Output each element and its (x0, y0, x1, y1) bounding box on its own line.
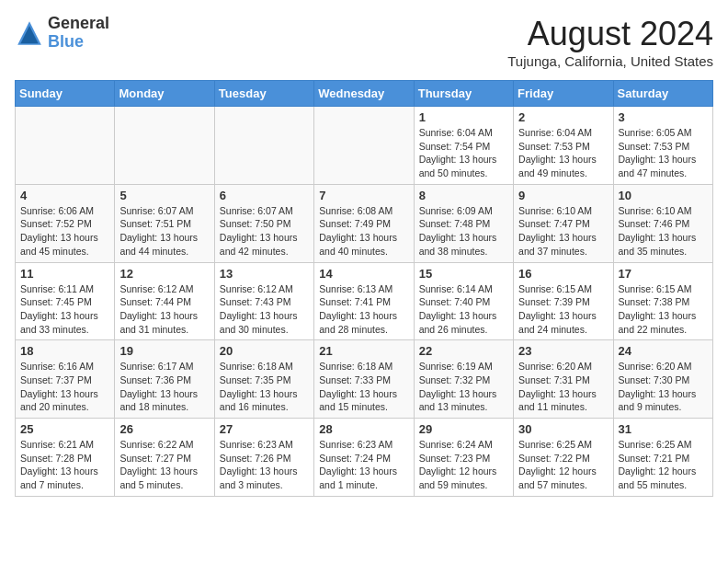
calendar-cell: 11Sunrise: 6:11 AM Sunset: 7:45 PM Dayli… (16, 262, 115, 340)
day-number: 17 (619, 267, 708, 281)
logo-icon (15, 18, 44, 48)
calendar-week-row: 18Sunrise: 6:16 AM Sunset: 7:37 PM Dayli… (16, 340, 713, 419)
day-number: 20 (220, 344, 309, 358)
calendar-cell: 21Sunrise: 6:18 AM Sunset: 7:33 PM Dayli… (314, 340, 414, 419)
calendar-week-row: 1Sunrise: 6:04 AM Sunset: 7:54 PM Daylig… (16, 107, 713, 185)
calendar-cell: 12Sunrise: 6:12 AM Sunset: 7:44 PM Dayli… (115, 262, 214, 340)
cell-daylight-info: Sunrise: 6:20 AM Sunset: 7:31 PM Dayligh… (518, 360, 608, 414)
cell-daylight-info: Sunrise: 6:04 AM Sunset: 7:53 PM Dayligh… (518, 126, 608, 180)
cell-daylight-info: Sunrise: 6:10 AM Sunset: 7:46 PM Dayligh… (619, 204, 708, 259)
cell-daylight-info: Sunrise: 6:12 AM Sunset: 7:43 PM Dayligh… (220, 282, 309, 337)
weekday-header-wednesday: Wednesday (314, 81, 414, 107)
day-number: 29 (419, 422, 508, 436)
cell-daylight-info: Sunrise: 6:11 AM Sunset: 7:45 PM Dayligh… (20, 282, 109, 337)
calendar-cell: 8Sunrise: 6:09 AM Sunset: 7:48 PM Daylig… (414, 184, 513, 262)
day-number: 12 (119, 267, 209, 281)
cell-daylight-info: Sunrise: 6:16 AM Sunset: 7:37 PM Dayligh… (20, 360, 109, 414)
cell-daylight-info: Sunrise: 6:15 AM Sunset: 7:38 PM Dayligh… (619, 282, 708, 337)
day-number: 23 (518, 344, 608, 358)
day-number: 9 (518, 189, 608, 202)
day-number: 26 (119, 422, 209, 436)
weekday-header-row: SundayMondayTuesdayWednesdayThursdayFrid… (16, 81, 713, 107)
cell-daylight-info: Sunrise: 6:05 AM Sunset: 7:53 PM Dayligh… (619, 126, 708, 180)
cell-daylight-info: Sunrise: 6:23 AM Sunset: 7:26 PM Dayligh… (220, 438, 309, 492)
cell-daylight-info: Sunrise: 6:21 AM Sunset: 7:28 PM Dayligh… (20, 438, 109, 492)
calendar-cell: 4Sunrise: 6:06 AM Sunset: 7:52 PM Daylig… (16, 184, 115, 262)
day-number: 30 (518, 422, 608, 436)
page-header: General Blue August 2024 Tujunga, Califo… (15, 15, 713, 69)
calendar-week-row: 4Sunrise: 6:06 AM Sunset: 7:52 PM Daylig… (16, 184, 713, 262)
cell-daylight-info: Sunrise: 6:07 AM Sunset: 7:50 PM Dayligh… (220, 204, 309, 259)
day-number: 1 (419, 110, 508, 124)
cell-daylight-info: Sunrise: 6:14 AM Sunset: 7:40 PM Dayligh… (419, 282, 508, 337)
logo-text: General Blue (48, 15, 109, 52)
cell-daylight-info: Sunrise: 6:13 AM Sunset: 7:41 PM Dayligh… (319, 282, 408, 337)
cell-daylight-info: Sunrise: 6:09 AM Sunset: 7:48 PM Dayligh… (419, 204, 508, 259)
day-number: 11 (20, 267, 109, 281)
day-number: 24 (619, 344, 708, 358)
calendar-cell: 30Sunrise: 6:25 AM Sunset: 7:22 PM Dayli… (514, 419, 613, 497)
cell-daylight-info: Sunrise: 6:25 AM Sunset: 7:21 PM Dayligh… (619, 438, 708, 492)
calendar-cell: 19Sunrise: 6:17 AM Sunset: 7:36 PM Dayli… (115, 340, 214, 419)
calendar-cell: 23Sunrise: 6:20 AM Sunset: 7:31 PM Dayli… (514, 340, 613, 419)
calendar-cell: 1Sunrise: 6:04 AM Sunset: 7:54 PM Daylig… (414, 107, 513, 185)
calendar-cell: 14Sunrise: 6:13 AM Sunset: 7:41 PM Dayli… (314, 262, 414, 340)
weekday-header-sunday: Sunday (16, 81, 115, 107)
calendar-cell: 3Sunrise: 6:05 AM Sunset: 7:53 PM Daylig… (613, 107, 712, 185)
day-number: 5 (119, 189, 209, 202)
day-number: 3 (619, 110, 708, 124)
calendar-table: SundayMondayTuesdayWednesdayThursdayFrid… (15, 80, 713, 497)
day-number: 21 (319, 344, 408, 358)
calendar-cell: 7Sunrise: 6:08 AM Sunset: 7:49 PM Daylig… (314, 184, 414, 262)
cell-daylight-info: Sunrise: 6:04 AM Sunset: 7:54 PM Dayligh… (419, 126, 508, 180)
day-number: 8 (419, 189, 508, 202)
calendar-cell (115, 107, 214, 185)
location-subtitle: Tujunga, California, United States (507, 53, 713, 69)
cell-daylight-info: Sunrise: 6:18 AM Sunset: 7:33 PM Dayligh… (319, 360, 408, 414)
day-number: 7 (319, 189, 408, 202)
calendar-cell (16, 107, 115, 185)
day-number: 27 (220, 422, 309, 436)
calendar-cell: 9Sunrise: 6:10 AM Sunset: 7:47 PM Daylig… (514, 184, 613, 262)
calendar-cell (314, 107, 414, 185)
logo-blue-text: Blue (48, 33, 109, 52)
calendar-week-row: 25Sunrise: 6:21 AM Sunset: 7:28 PM Dayli… (16, 419, 713, 497)
day-number: 25 (20, 422, 109, 436)
cell-daylight-info: Sunrise: 6:23 AM Sunset: 7:24 PM Dayligh… (319, 438, 408, 492)
day-number: 13 (220, 267, 309, 281)
calendar-cell: 18Sunrise: 6:16 AM Sunset: 7:37 PM Dayli… (16, 340, 115, 419)
calendar-cell: 28Sunrise: 6:23 AM Sunset: 7:24 PM Dayli… (314, 419, 414, 497)
cell-daylight-info: Sunrise: 6:08 AM Sunset: 7:49 PM Dayligh… (319, 204, 408, 259)
calendar-cell: 10Sunrise: 6:10 AM Sunset: 7:46 PM Dayli… (613, 184, 712, 262)
calendar-cell: 13Sunrise: 6:12 AM Sunset: 7:43 PM Dayli… (214, 262, 313, 340)
calendar-cell: 22Sunrise: 6:19 AM Sunset: 7:32 PM Dayli… (414, 340, 513, 419)
calendar-cell: 15Sunrise: 6:14 AM Sunset: 7:40 PM Dayli… (414, 262, 513, 340)
calendar-cell: 27Sunrise: 6:23 AM Sunset: 7:26 PM Dayli… (214, 419, 313, 497)
day-number: 18 (20, 344, 109, 358)
day-number: 14 (319, 267, 408, 281)
day-number: 6 (220, 189, 309, 202)
day-number: 4 (20, 189, 109, 202)
cell-daylight-info: Sunrise: 6:18 AM Sunset: 7:35 PM Dayligh… (220, 360, 309, 414)
month-title: August 2024 (507, 15, 713, 53)
cell-daylight-info: Sunrise: 6:10 AM Sunset: 7:47 PM Dayligh… (518, 204, 608, 259)
day-number: 15 (419, 267, 508, 281)
calendar-cell (214, 107, 313, 185)
cell-daylight-info: Sunrise: 6:17 AM Sunset: 7:36 PM Dayligh… (119, 360, 209, 414)
day-number: 28 (319, 422, 408, 436)
calendar-week-row: 11Sunrise: 6:11 AM Sunset: 7:45 PM Dayli… (16, 262, 713, 340)
cell-daylight-info: Sunrise: 6:25 AM Sunset: 7:22 PM Dayligh… (518, 438, 608, 492)
calendar-cell: 24Sunrise: 6:20 AM Sunset: 7:30 PM Dayli… (613, 340, 712, 419)
day-number: 2 (518, 110, 608, 124)
cell-daylight-info: Sunrise: 6:20 AM Sunset: 7:30 PM Dayligh… (619, 360, 708, 414)
cell-daylight-info: Sunrise: 6:19 AM Sunset: 7:32 PM Dayligh… (419, 360, 508, 414)
cell-daylight-info: Sunrise: 6:07 AM Sunset: 7:51 PM Dayligh… (119, 204, 209, 259)
calendar-cell: 26Sunrise: 6:22 AM Sunset: 7:27 PM Dayli… (115, 419, 214, 497)
calendar-cell: 6Sunrise: 6:07 AM Sunset: 7:50 PM Daylig… (214, 184, 313, 262)
weekday-header-tuesday: Tuesday (214, 81, 313, 107)
calendar-cell: 25Sunrise: 6:21 AM Sunset: 7:28 PM Dayli… (16, 419, 115, 497)
day-number: 16 (518, 267, 608, 281)
cell-daylight-info: Sunrise: 6:24 AM Sunset: 7:23 PM Dayligh… (419, 438, 508, 492)
calendar-cell: 5Sunrise: 6:07 AM Sunset: 7:51 PM Daylig… (115, 184, 214, 262)
day-number: 22 (419, 344, 508, 358)
